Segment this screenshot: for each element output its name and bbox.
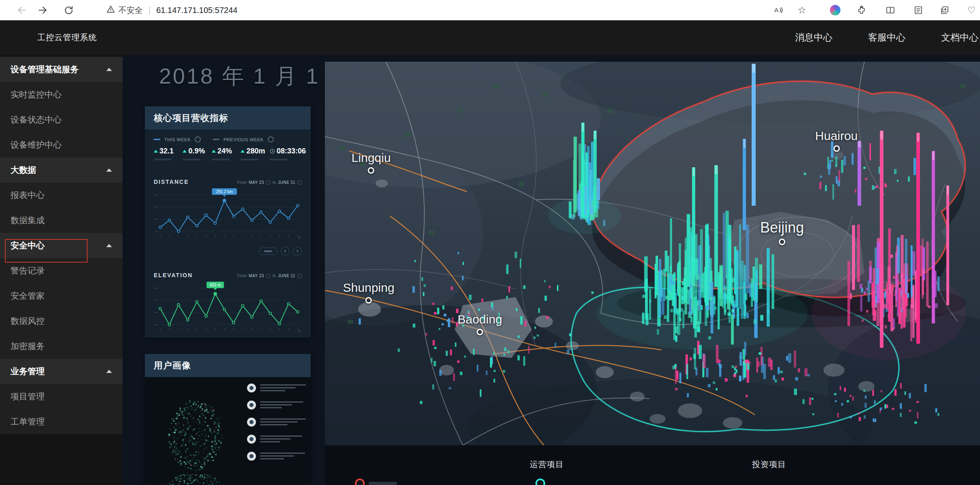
sidebar: 设备管理基础服务 实时监控中心 设备状态中心 设备维护中心 大数据 报表中心 数…: [0, 55, 122, 485]
org-logo-icon: [247, 435, 256, 444]
distance-title: DISTANCE: [154, 179, 189, 185]
browser-toolbar: 不安全 | 61.147.171.105:57244 A ☆ ♡: [0, 0, 980, 21]
map-canvas[interactable]: Lingqiu Huairou Beijing Shunping Baoding: [325, 62, 980, 445]
stat-item-duration: 08:33:06: [270, 147, 306, 160]
refresh-icon[interactable]: [60, 0, 77, 20]
sidebar-section-device-services[interactable]: 设备管理基础服务: [0, 57, 122, 82]
distance-line-chart: 291.2 km: [154, 188, 302, 241]
date-picker-icon[interactable]: [266, 180, 271, 185]
org-logo-icon: [247, 418, 256, 427]
legend-teal-dot-icon: [535, 479, 545, 485]
date-picker-icon[interactable]: [297, 274, 302, 278]
chevron-up-icon: [106, 370, 112, 373]
back-icon[interactable]: [14, 0, 30, 20]
date-range: From MAY 23 to JUNE 11: [237, 274, 302, 278]
stat-label-placeholder: [241, 159, 258, 160]
sidebar-item-alert-records[interactable]: 警告记录: [0, 258, 122, 283]
sidebar-item-encryption-service[interactable]: 加密服务: [0, 334, 122, 359]
pager-prev-button[interactable]: ‹: [281, 247, 290, 256]
copilot-icon[interactable]: [827, 0, 843, 20]
date-range: From MAY 23 to JUNE 11: [237, 180, 302, 185]
arrow-up-icon: [183, 150, 187, 153]
elevation-line-chart: 683 m: [154, 281, 302, 334]
divider: |: [148, 6, 150, 15]
project-legend-bar: 运营项目 投资项目: [325, 445, 980, 485]
user-portrait-card: 用户画像: [145, 354, 311, 485]
list-item: [247, 384, 306, 392]
previous-week-toggle[interactable]: [268, 136, 274, 142]
security-label: 不安全: [118, 5, 143, 16]
portrait-card-header: 用户画像: [145, 354, 311, 377]
metrics-card: 核心项目营收指标 THIS WEEK PREVIOUS WEEK 32.1 0.…: [145, 106, 311, 338]
stat-item: 24%: [212, 147, 241, 160]
metrics-card-header: 核心项目营收指标: [145, 106, 311, 129]
forward-icon[interactable]: [34, 0, 51, 20]
org-logo-icon: [247, 384, 256, 392]
sidebar-item-project-management[interactable]: 项目管理: [0, 384, 122, 409]
sidebar-section-big-data[interactable]: 大数据: [0, 157, 122, 183]
list-item: [247, 452, 306, 461]
sidebar-item-work-order-management[interactable]: 工单管理: [0, 409, 122, 434]
distance-section-header: DISTANCE From MAY 23 to JUNE 11: [154, 179, 302, 185]
arrow-up-icon: [154, 150, 158, 153]
chevron-up-icon: [106, 168, 112, 172]
sidebar-menu: 设备管理基础服务 实时监控中心 设备状态中心 设备维护中心 大数据 报表中心 数…: [0, 57, 122, 434]
arrow-up-icon: [212, 150, 216, 153]
sidebar-section-security-center[interactable]: 安全中心: [0, 233, 122, 258]
section-title: 安全中心: [11, 240, 45, 251]
portrait-card-title: 用户画像: [154, 360, 191, 372]
url-text[interactable]: 61.147.171.105:57244: [156, 6, 237, 15]
legend-investment-title: 投资项目: [752, 459, 786, 470]
app-header: 工控云管理系统 消息中心 客服中心 文档中心: [0, 20, 980, 55]
pager-pill[interactable]: [259, 248, 277, 255]
clock-icon: [270, 149, 275, 154]
list-item: [247, 418, 306, 427]
nav-message-center[interactable]: 消息中心: [795, 31, 832, 44]
compare-row: THIS WEEK PREVIOUS WEEK: [154, 136, 274, 142]
this-week-label: THIS WEEK: [164, 137, 191, 142]
browser-essentials-icon[interactable]: ♡: [963, 0, 980, 20]
section-title: 设备管理基础服务: [11, 64, 79, 75]
sidebar-item-data-integration[interactable]: 数据集成: [0, 208, 122, 233]
arrow-up-icon: [241, 150, 245, 153]
sidebar-item-security-manager[interactable]: 安全管家: [0, 283, 122, 308]
previous-week-swatch: [213, 139, 219, 140]
svg-text:A: A: [774, 6, 778, 13]
sidebar-item-report-center[interactable]: 报表中心: [0, 183, 122, 208]
nav-customer-service-center[interactable]: 客服中心: [868, 31, 905, 44]
sidebar-section-business-management[interactable]: 业务管理: [0, 359, 122, 384]
favorites-star-icon[interactable]: ☆: [794, 0, 810, 20]
extensions-icon[interactable]: [853, 0, 870, 20]
metrics-card-title: 核心项目营收指标: [154, 112, 228, 124]
legend-operations-title: 运营项目: [530, 459, 564, 470]
elevation-section-header: ELEVATION From MAY 23 to JUNE 11: [154, 272, 302, 278]
nav-document-center[interactable]: 文档中心: [941, 31, 978, 44]
date-picker-icon[interactable]: [297, 180, 302, 185]
read-aloud-icon[interactable]: A: [770, 0, 787, 20]
pager-next-button[interactable]: ›: [293, 247, 302, 256]
stat-label-placeholder: [154, 159, 172, 160]
chevron-up-icon: [106, 244, 112, 247]
this-week-toggle[interactable]: [195, 136, 201, 142]
favorites-list-icon[interactable]: [910, 0, 926, 20]
stat-label-placeholder: [270, 159, 288, 160]
stat-label-placeholder: [183, 159, 200, 160]
dashboard-date-title: 2018 年 1 月 1 日: [159, 62, 351, 91]
stat-item: 0.9%: [183, 147, 211, 160]
elevation-title: ELEVATION: [154, 272, 193, 278]
sidebar-item-data-risk-control[interactable]: 数据风控: [0, 308, 122, 334]
date-picker-icon[interactable]: [266, 274, 271, 278]
sidebar-item-device-maintenance[interactable]: 设备维护中心: [0, 132, 122, 157]
split-screen-icon[interactable]: [882, 0, 898, 20]
stat-label-placeholder: [212, 159, 230, 160]
address-bar[interactable]: 不安全 | 61.147.171.105:57244: [106, 0, 237, 20]
stat-item: 280m: [241, 147, 269, 160]
sidebar-item-realtime-monitoring[interactable]: 实时监控中心: [0, 82, 122, 107]
sidebar-item-device-status[interactable]: 设备状态中心: [0, 107, 122, 132]
chart-pager: ‹ ›: [259, 247, 302, 256]
section-title: 业务管理: [11, 366, 45, 377]
app-nav: 消息中心 客服中心 文档中心: [795, 31, 980, 44]
list-item: [247, 435, 306, 444]
portrait-card-body: [145, 377, 311, 485]
collections-icon[interactable]: [937, 0, 953, 20]
